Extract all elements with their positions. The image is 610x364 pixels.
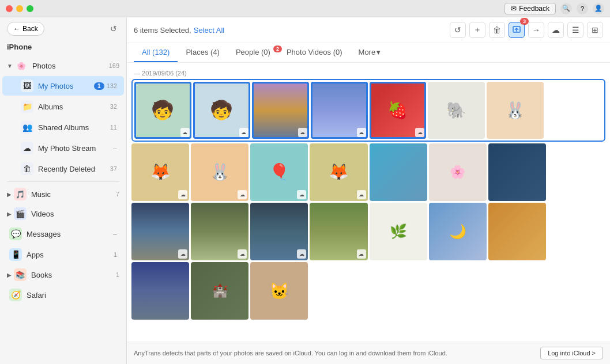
music-icon: 🎵 xyxy=(14,188,27,200)
refresh-button[interactable]: ↺ xyxy=(450,22,466,38)
sidebar-item-videos[interactable]: ▶ 🎬 Videos xyxy=(0,204,126,223)
photos-icon: 🌸 xyxy=(15,59,28,72)
user-icon-btn[interactable]: 👤 xyxy=(593,3,604,14)
photo-item[interactable] xyxy=(370,143,427,201)
cloud-badge: ☁ xyxy=(239,128,248,137)
albums-icon: 📁 xyxy=(21,100,33,113)
photo-item[interactable]: 🐰 xyxy=(487,82,544,139)
tab-places[interactable]: Places (4) xyxy=(178,43,228,62)
photo-item[interactable]: 🌿 xyxy=(370,203,427,260)
minimize-button[interactable] xyxy=(16,5,23,12)
photo-item[interactable]: 🐘 xyxy=(428,82,485,139)
close-button[interactable] xyxy=(6,5,13,12)
shared-albums-count: 11 xyxy=(110,124,117,131)
videos-label: Videos xyxy=(31,210,54,218)
photo-item[interactable]: 🐱 xyxy=(250,262,308,320)
toolbar: 6 items Selected, Select All ↺ ＋ 🗑 3 → ☁ xyxy=(127,17,610,43)
sidebar-item-music[interactable]: ▶ 🎵 Music 7 xyxy=(0,184,126,204)
chevron-right-videos-icon: ▶ xyxy=(7,211,12,217)
photo-item[interactable] xyxy=(488,143,546,201)
recently-deleted-count: 37 xyxy=(110,165,117,172)
grid-view-button[interactable]: ⊞ xyxy=(587,22,603,38)
back-arrow-icon: ← xyxy=(13,25,20,33)
help-icon-btn[interactable]: ? xyxy=(577,3,588,14)
photo-item[interactable]: ☁ xyxy=(310,203,367,260)
tab-photo-videos[interactable]: Photo Videos (0) xyxy=(278,43,351,62)
icloud-login-button[interactable]: Log into iCloud > xyxy=(540,347,603,359)
photo-item[interactable] xyxy=(488,203,546,260)
list-view-button[interactable]: ☰ xyxy=(567,22,583,38)
sidebar: ← Back ↺ iPhone ▼ 🌸 Photos 169 🖼 My Phot… xyxy=(0,17,127,364)
photo-item[interactable]: 🧒 ☁ xyxy=(134,82,191,139)
photo-item[interactable]: ☁ xyxy=(250,203,308,260)
photo-item[interactable]: ☁ xyxy=(191,203,248,260)
back-button[interactable]: ← Back xyxy=(7,22,44,36)
sidebar-item-my-photos[interactable]: 🖼 My Photos 1 132 xyxy=(2,76,124,96)
photo-stream-icon: ☁ xyxy=(21,142,33,154)
photo-item[interactable]: 🌙 xyxy=(429,203,487,260)
cloud-badge: ☁ xyxy=(297,249,306,259)
icloud-message: AnyTrans detects that parts of your phot… xyxy=(134,350,447,357)
window-controls xyxy=(6,5,33,12)
badge-3: 3 xyxy=(520,18,529,25)
cloud-badge: ☁ xyxy=(238,190,247,199)
envelope-icon: ✉ xyxy=(511,5,517,13)
photo-item[interactable]: 🍓 ☁ xyxy=(370,82,427,139)
maximize-button[interactable] xyxy=(27,5,33,12)
photo-item[interactable]: 🌸 xyxy=(429,143,487,201)
books-label: Books xyxy=(31,271,52,279)
apps-icon: 📱 xyxy=(9,248,22,261)
photo-stream-count: -- xyxy=(113,145,117,151)
tab-people[interactable]: People (0) 2 xyxy=(228,43,278,62)
add-button[interactable]: ＋ xyxy=(469,22,485,38)
transfer-button[interactable]: → xyxy=(528,22,544,38)
photo-item[interactable]: ☁ xyxy=(311,82,368,139)
my-photos-label: My Photos xyxy=(38,82,94,90)
photo-item[interactable]: 🐰 ☁ xyxy=(191,143,248,201)
sidebar-item-apps[interactable]: 📱 Apps 1 xyxy=(2,245,124,264)
sidebar-photos-count: 169 xyxy=(109,62,119,69)
photo-item[interactable]: 🦊 ☁ xyxy=(310,143,367,201)
photo-item[interactable]: ☁ xyxy=(131,203,189,260)
cloud-badge: ☁ xyxy=(298,128,307,137)
export-icon xyxy=(513,26,521,34)
sidebar-photos-label: Photos xyxy=(32,62,55,70)
photo-item[interactable] xyxy=(131,262,189,320)
sidebar-item-albums[interactable]: 📁 Albums 32 xyxy=(2,97,124,116)
sidebar-item-safari[interactable]: 🧭 Safari xyxy=(2,285,124,305)
empty-slot xyxy=(545,82,603,139)
sidebar-item-recently-deleted[interactable]: 🗑 Recently Deleted 37 xyxy=(2,159,124,179)
refresh-icon[interactable]: ↺ xyxy=(108,23,119,35)
delete-button[interactable]: 🗑 xyxy=(489,22,505,38)
upload-button[interactable]: ☁ xyxy=(548,22,564,38)
chevron-down-icon: ▾ xyxy=(376,48,381,56)
sidebar-item-messages[interactable]: 💬 Messages -- xyxy=(2,224,124,244)
search-icon-btn[interactable]: 🔍 xyxy=(560,3,572,14)
photo-item[interactable]: 🏰 xyxy=(191,262,248,320)
cloud-badge: ☁ xyxy=(180,128,190,137)
sidebar-item-shared-albums[interactable]: 👥 Shared Albums 11 xyxy=(2,117,124,137)
tab-all[interactable]: All (132) xyxy=(134,43,178,62)
apps-count: 1 xyxy=(114,251,117,258)
photo-item[interactable]: ☁ xyxy=(252,82,309,139)
music-count: 7 xyxy=(116,191,119,198)
my-photos-icon: 🖼 xyxy=(21,79,33,92)
export-button[interactable]: 3 xyxy=(509,22,525,38)
toolbar-actions: ↺ ＋ 🗑 3 → ☁ ☰ ⊞ xyxy=(450,22,603,38)
sidebar-item-my-photo-stream[interactable]: ☁ My Photo Stream -- xyxy=(2,138,124,158)
tabs-bar: All (132) Places (4) People (0) 2 Photo … xyxy=(127,43,610,63)
sidebar-item-books[interactable]: ▶ 📚 Books 1 xyxy=(0,265,126,285)
feedback-button[interactable]: ✉ Feedback xyxy=(504,3,556,14)
videos-icon: 🎬 xyxy=(14,207,27,220)
tab-more[interactable]: More ▾ xyxy=(351,43,389,62)
photo-grid-container: — 2019/09/06 (24) 🧒 ☁ 🧒 ☁ ☁ xyxy=(127,63,610,342)
photo-item[interactable]: 🎈 ☁ xyxy=(250,143,308,201)
select-all-link[interactable]: Select All xyxy=(194,26,224,35)
sidebar-item-photos[interactable]: ▼ 🌸 Photos 169 xyxy=(0,56,126,75)
selected-count-text: 6 items Selected, xyxy=(134,26,191,35)
cloud-badge: ☁ xyxy=(357,249,366,259)
photo-item[interactable]: 🧒 ☁ xyxy=(193,82,250,139)
empty-slot xyxy=(548,203,605,260)
photo-item[interactable]: 🦊 ☁ xyxy=(131,143,189,201)
messages-label: Messages xyxy=(27,230,113,238)
